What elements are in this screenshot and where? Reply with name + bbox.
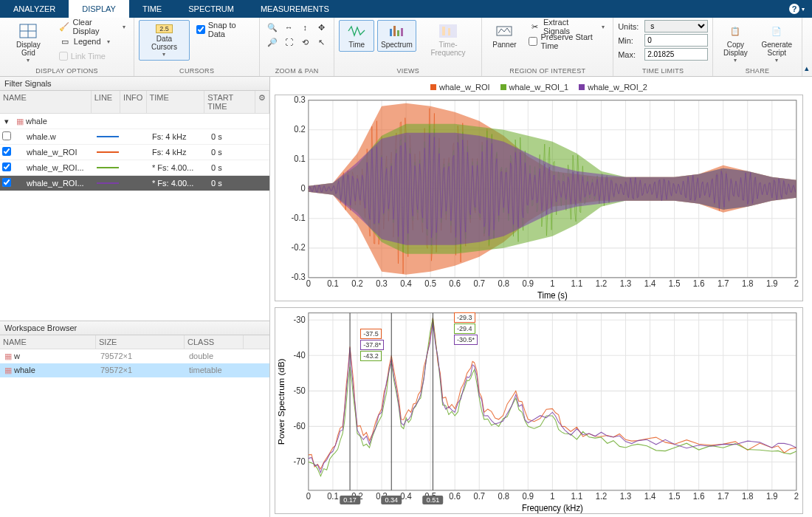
panner-button[interactable]: Panner — [486, 20, 522, 52]
zoom-x-icon[interactable]: ↔ — [281, 20, 297, 35]
tree-root[interactable]: ▾▦ whale — [0, 114, 269, 129]
units-select[interactable]: s — [644, 20, 708, 32]
col-gear-icon[interactable]: ⚙ — [255, 91, 269, 113]
max-input[interactable] — [644, 48, 708, 61]
col-start time[interactable]: START TIME — [204, 91, 255, 113]
zoom-out-icon[interactable]: 🔎 — [264, 35, 281, 49]
extract-signals-button[interactable]: ✂Extract Signals▾ — [525, 20, 608, 33]
snap-checkbox[interactable] — [196, 25, 205, 34]
ws-col[interactable]: SIZE — [96, 335, 185, 349]
group-time-limits: Units: s Min: Max: TIME LIMITS — [613, 18, 713, 76]
generate-script-button[interactable]: 📄Generate Script▾ — [757, 20, 797, 66]
svg-text:-30: -30 — [294, 314, 306, 324]
signals-tree[interactable]: ▾▦ whale whale.w Fs: 4 kHz 0 s whale_w_R… — [0, 114, 269, 321]
fit-icon[interactable]: ⛶ — [281, 35, 297, 49]
help-button[interactable]: ?▾ — [782, 4, 812, 14]
tab-spectrum[interactable]: SPECTRUM — [175, 0, 247, 18]
link-time-label: Link Time — [71, 52, 106, 61]
col-info[interactable]: INFO — [120, 91, 146, 113]
plot-legend: whale_w_ROIwhale_w_ROI_1whale_w_ROI_2 — [275, 81, 803, 95]
group-label: SHARE — [718, 66, 797, 76]
signal-start: 0 s — [208, 132, 222, 141]
ws-col[interactable]: CLASS — [185, 335, 244, 349]
panner-label: Panner — [492, 41, 516, 49]
link-time-checkbox[interactable] — [59, 52, 68, 61]
workspace-row[interactable]: ▦ whale79572×1timetable — [0, 363, 269, 377]
snap-to-data-toggle[interactable]: Snap to Data — [193, 23, 255, 36]
peak-label: -29.4 — [454, 323, 475, 334]
preserve-checkbox[interactable] — [529, 37, 537, 46]
legend-button[interactable]: ▭Legend▾ — [55, 35, 129, 48]
signal-row[interactable]: whale.w Fs: 4 kHz 0 s — [0, 129, 269, 145]
svg-text:1.8: 1.8 — [742, 491, 754, 501]
group-label: ZOOM & PAN — [264, 66, 329, 76]
clear-display-label: Clear Display — [72, 18, 117, 35]
signal-row[interactable]: whale_w_ROI Fs: 4 kHz 0 s — [0, 145, 269, 160]
svg-rect-4 — [393, 26, 396, 36]
cursor-x-label: 0.34 — [381, 496, 402, 504]
link-time-toggle[interactable]: Link Time — [55, 49, 129, 63]
svg-text:1.5: 1.5 — [669, 278, 681, 289]
display-grid-button[interactable]: Display Grid ▾ — [4, 20, 52, 66]
svg-text:1.9: 1.9 — [766, 491, 778, 501]
ws-size: 79572×1 — [100, 352, 189, 361]
svg-text:0.5: 0.5 — [424, 278, 436, 289]
group-label: CURSORS — [139, 66, 255, 76]
svg-text:Frequency (kHz): Frequency (kHz) — [522, 502, 583, 513]
spectrum-chart[interactable]: 00.10.20.30.40.50.60.70.80.911.11.21.31.… — [275, 307, 803, 514]
spectrum-view-button[interactable]: Spectrum — [377, 20, 416, 52]
pan-icon[interactable]: ✥ — [313, 20, 329, 35]
line-swatch — [97, 136, 119, 137]
signal-checkbox[interactable] — [2, 131, 11, 140]
ws-col[interactable]: NAME — [0, 335, 96, 349]
clear-icon: 🧹 — [59, 21, 70, 32]
workspace-row[interactable]: ▦ w79572×1double — [0, 349, 269, 363]
signal-row[interactable]: whale_w_ROI... * Fs: 4.00... 0 s — [0, 160, 269, 176]
svg-text:1.7: 1.7 — [718, 491, 729, 501]
tab-analyzer[interactable]: ANALYZER — [0, 0, 69, 18]
svg-text:1.1: 1.1 — [571, 491, 583, 501]
preserve-start-toggle[interactable]: Preserve Start Time — [525, 35, 608, 48]
ws-name: ▦ w — [4, 352, 100, 361]
svg-text:0: 0 — [306, 491, 312, 501]
filter-signals-header: Filter Signals — [0, 77, 269, 91]
signal-start: 0 s — [208, 148, 222, 157]
svg-text:0.3: 0.3 — [376, 278, 388, 289]
time-chart[interactable]: 00.10.20.30.40.50.60.70.80.911.11.21.31.… — [275, 95, 803, 301]
svg-text:1.3: 1.3 — [620, 278, 632, 289]
time-label: Time — [348, 41, 365, 49]
collapse-ribbon-button[interactable]: ▴ — [802, 18, 812, 76]
svg-text:1.1: 1.1 — [571, 278, 583, 289]
zoom-in-icon[interactable]: 🔍 — [264, 20, 281, 35]
svg-text:0.1: 0.1 — [294, 154, 306, 164]
grid-icon — [18, 23, 38, 39]
pointer-icon[interactable]: ↖ — [313, 35, 329, 49]
svg-text:0.8: 0.8 — [498, 278, 509, 289]
zoom-y-icon[interactable]: ↕ — [297, 20, 313, 35]
workspace-rows[interactable]: ▦ w79572×1double▦ whale79572×1timetable — [0, 349, 269, 377]
col-line[interactable]: LINE — [92, 91, 120, 113]
signal-name: whale_w_ROI... — [13, 179, 93, 188]
signal-checkbox[interactable] — [2, 162, 11, 171]
tab-time[interactable]: TIME — [129, 0, 175, 18]
svg-text:0.8: 0.8 — [498, 491, 509, 501]
group-label: DISPLAY OPTIONS — [4, 66, 129, 76]
copy-display-button[interactable]: 📋Copy Display▾ — [718, 20, 754, 66]
col-name[interactable]: NAME — [0, 91, 92, 113]
signal-checkbox[interactable] — [2, 147, 11, 156]
tab-display[interactable]: DISPLAY — [69, 0, 129, 18]
signal-row[interactable]: whale_w_ROI... * Fs: 4.00... 0 s — [0, 176, 269, 191]
tab-measurements[interactable]: MEASUREMENTS — [247, 0, 343, 18]
signal-checkbox[interactable] — [2, 178, 11, 187]
svg-text:0.9: 0.9 — [523, 491, 534, 501]
reset-zoom-icon[interactable]: ⟲ — [297, 35, 313, 49]
time-frequency-button[interactable]: Time-Frequency — [419, 20, 478, 60]
svg-text:-70: -70 — [294, 456, 306, 466]
time-view-button[interactable]: Time — [339, 20, 374, 52]
signal-name: whale_w_ROI — [13, 148, 93, 157]
col-time[interactable]: TIME — [147, 91, 205, 113]
data-cursors-button[interactable]: 2.5 Data Cursors ▾ — [139, 20, 190, 61]
clear-display-button[interactable]: 🧹Clear Display▾ — [55, 20, 129, 33]
min-input[interactable] — [644, 34, 708, 47]
cursor-badge: 2.5 — [156, 24, 173, 33]
